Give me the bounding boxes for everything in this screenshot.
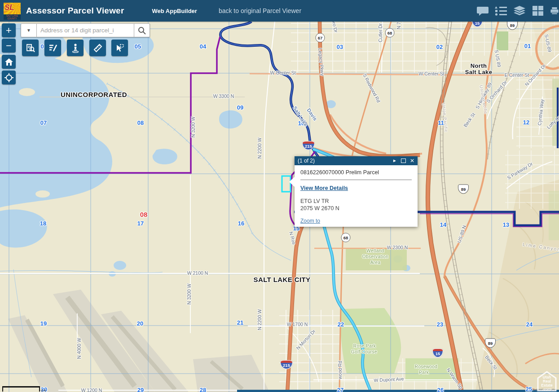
popup-pager: (1 of 2): [298, 158, 315, 164]
logo-subtext: SALT LAKECOUNTY: [4, 14, 21, 20]
street-view-tool-button[interactable]: [67, 40, 84, 56]
plus-icon: +: [6, 26, 12, 35]
minus-icon: −: [6, 41, 12, 51]
attribute-edit-tool-button[interactable]: [44, 40, 61, 56]
search-button[interactable]: [134, 23, 150, 37]
attribute-edit-icon: [48, 43, 58, 53]
search-widget: ▼: [21, 23, 150, 37]
salt-lake-county-logo: SL SALT LAKECOUNTY: [4, 3, 21, 20]
menu-web-appbuilder[interactable]: Web AppBuilder: [152, 8, 197, 14]
home-button[interactable]: [2, 55, 16, 69]
zoom-in-button[interactable]: +: [2, 23, 16, 37]
search-icon: [138, 26, 146, 35]
popup-title: 08162260070000 Prelim Parcel: [300, 169, 412, 176]
parcel-address: 2075 W 2670 N: [300, 205, 412, 212]
popup-maximize-icon[interactable]: [401, 159, 406, 163]
home-icon: [5, 58, 13, 66]
assessor-parcel-viewer-app: 0504030201007080910111218171615141319202…: [0, 0, 559, 392]
scalebar-label: 0.4: [41, 388, 46, 392]
header-toolbar: [476, 5, 559, 16]
measure-icon: [93, 43, 103, 53]
owner-name: ETG LV TR: [300, 198, 412, 205]
parcel-search-icon: [26, 43, 35, 53]
basemap-gallery-icon[interactable]: [532, 5, 544, 16]
layers-icon[interactable]: [513, 5, 526, 16]
select-tool-button[interactable]: [111, 40, 128, 56]
comment-bubble-icon[interactable]: [476, 5, 489, 16]
popup-header[interactable]: (1 of 2) ► ✕: [295, 156, 418, 165]
parcel-owner-address: ETG LV TR 2075 W 2670 N: [300, 198, 412, 212]
zoom-to-link[interactable]: Zoom to: [300, 218, 320, 224]
select-icon: [115, 43, 125, 53]
search-input[interactable]: [37, 23, 134, 37]
divider: [300, 180, 412, 180]
print-icon[interactable]: [550, 5, 559, 16]
popup-body: 08162260070000 Prelim Parcel View More D…: [295, 165, 418, 227]
locate-icon: [4, 73, 13, 82]
popup-next-icon[interactable]: ►: [392, 159, 397, 163]
parcel-search-tool-button[interactable]: [22, 40, 39, 56]
attribution-strip: [237, 390, 559, 392]
street-view-icon: [70, 43, 80, 53]
page-title: Assessor Parcel Viewer: [26, 6, 124, 16]
view-more-details-link[interactable]: View More Details: [300, 185, 348, 191]
app-header: SL SALT LAKECOUNTY Assessor Parcel Viewe…: [0, 0, 559, 22]
chevron-down-icon: ▼: [26, 28, 31, 33]
zoom-out-button[interactable]: −: [2, 39, 16, 53]
measure-tool-button[interactable]: [89, 40, 106, 56]
parcel-popup: (1 of 2) ► ✕ 08162260070000 Prelim Parce…: [295, 156, 418, 227]
map-canvas[interactable]: [0, 0, 559, 392]
locate-button[interactable]: [2, 70, 16, 84]
menu-back-to-original[interactable]: back to original Parcel Viewer: [219, 7, 301, 14]
search-source-dropdown[interactable]: ▼: [21, 23, 37, 37]
popup-close-icon[interactable]: ✕: [410, 158, 414, 163]
logo-abbr: SL: [4, 3, 14, 12]
scalebar: 0.4: [2, 386, 40, 392]
legend-icon[interactable]: [495, 5, 507, 16]
